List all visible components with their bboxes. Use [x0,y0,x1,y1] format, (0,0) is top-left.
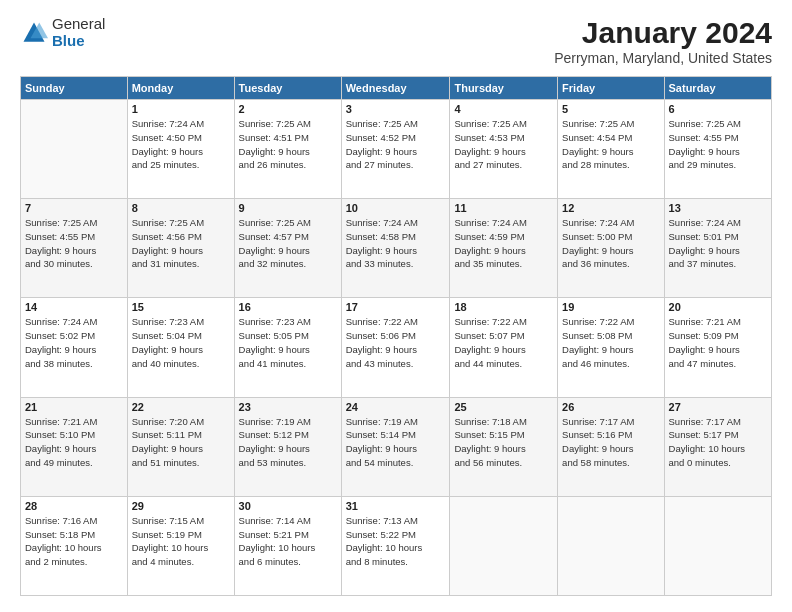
day-number: 23 [239,401,337,413]
calendar-week-row: 7Sunrise: 7:25 AM Sunset: 4:55 PM Daylig… [21,199,772,298]
day-number: 21 [25,401,123,413]
day-info: Sunrise: 7:14 AM Sunset: 5:21 PM Dayligh… [239,514,337,569]
logo-text: General Blue [52,16,105,49]
calendar-cell: 9Sunrise: 7:25 AM Sunset: 4:57 PM Daylig… [234,199,341,298]
calendar-cell: 23Sunrise: 7:19 AM Sunset: 5:12 PM Dayli… [234,397,341,496]
day-info: Sunrise: 7:24 AM Sunset: 4:59 PM Dayligh… [454,216,553,271]
calendar-week-row: 14Sunrise: 7:24 AM Sunset: 5:02 PM Dayli… [21,298,772,397]
calendar-cell: 6Sunrise: 7:25 AM Sunset: 4:55 PM Daylig… [664,100,771,199]
calendar-cell: 10Sunrise: 7:24 AM Sunset: 4:58 PM Dayli… [341,199,450,298]
calendar-cell: 21Sunrise: 7:21 AM Sunset: 5:10 PM Dayli… [21,397,128,496]
day-info: Sunrise: 7:22 AM Sunset: 5:07 PM Dayligh… [454,315,553,370]
day-number: 22 [132,401,230,413]
day-number: 3 [346,103,446,115]
calendar-cell: 26Sunrise: 7:17 AM Sunset: 5:16 PM Dayli… [558,397,664,496]
calendar-cell: 27Sunrise: 7:17 AM Sunset: 5:17 PM Dayli… [664,397,771,496]
day-info: Sunrise: 7:21 AM Sunset: 5:10 PM Dayligh… [25,415,123,470]
calendar-day-header: Friday [558,77,664,100]
day-number: 1 [132,103,230,115]
day-number: 19 [562,301,659,313]
day-info: Sunrise: 7:25 AM Sunset: 4:51 PM Dayligh… [239,117,337,172]
day-number: 11 [454,202,553,214]
calendar-cell: 29Sunrise: 7:15 AM Sunset: 5:19 PM Dayli… [127,496,234,595]
day-info: Sunrise: 7:15 AM Sunset: 5:19 PM Dayligh… [132,514,230,569]
header: General Blue January 2024 Perryman, Mary… [20,16,772,66]
day-number: 15 [132,301,230,313]
day-info: Sunrise: 7:16 AM Sunset: 5:18 PM Dayligh… [25,514,123,569]
day-number: 31 [346,500,446,512]
day-number: 14 [25,301,123,313]
day-number: 6 [669,103,767,115]
day-info: Sunrise: 7:25 AM Sunset: 4:52 PM Dayligh… [346,117,446,172]
calendar-cell: 3Sunrise: 7:25 AM Sunset: 4:52 PM Daylig… [341,100,450,199]
day-number: 20 [669,301,767,313]
day-info: Sunrise: 7:22 AM Sunset: 5:08 PM Dayligh… [562,315,659,370]
day-number: 26 [562,401,659,413]
day-info: Sunrise: 7:17 AM Sunset: 5:16 PM Dayligh… [562,415,659,470]
calendar-cell [450,496,558,595]
logo-general-label: General [52,16,105,33]
day-info: Sunrise: 7:19 AM Sunset: 5:14 PM Dayligh… [346,415,446,470]
day-info: Sunrise: 7:21 AM Sunset: 5:09 PM Dayligh… [669,315,767,370]
calendar-cell: 5Sunrise: 7:25 AM Sunset: 4:54 PM Daylig… [558,100,664,199]
day-number: 29 [132,500,230,512]
day-info: Sunrise: 7:23 AM Sunset: 5:04 PM Dayligh… [132,315,230,370]
calendar-cell: 17Sunrise: 7:22 AM Sunset: 5:06 PM Dayli… [341,298,450,397]
calendar-cell: 4Sunrise: 7:25 AM Sunset: 4:53 PM Daylig… [450,100,558,199]
day-number: 9 [239,202,337,214]
day-info: Sunrise: 7:24 AM Sunset: 5:02 PM Dayligh… [25,315,123,370]
day-number: 18 [454,301,553,313]
day-number: 12 [562,202,659,214]
day-info: Sunrise: 7:25 AM Sunset: 4:54 PM Dayligh… [562,117,659,172]
day-info: Sunrise: 7:24 AM Sunset: 4:58 PM Dayligh… [346,216,446,271]
calendar-cell: 7Sunrise: 7:25 AM Sunset: 4:55 PM Daylig… [21,199,128,298]
day-info: Sunrise: 7:18 AM Sunset: 5:15 PM Dayligh… [454,415,553,470]
day-info: Sunrise: 7:17 AM Sunset: 5:17 PM Dayligh… [669,415,767,470]
day-info: Sunrise: 7:23 AM Sunset: 5:05 PM Dayligh… [239,315,337,370]
day-info: Sunrise: 7:25 AM Sunset: 4:55 PM Dayligh… [25,216,123,271]
calendar-cell: 16Sunrise: 7:23 AM Sunset: 5:05 PM Dayli… [234,298,341,397]
day-number: 24 [346,401,446,413]
day-number: 8 [132,202,230,214]
day-number: 10 [346,202,446,214]
logo: General Blue [20,16,105,49]
calendar-day-header: Monday [127,77,234,100]
calendar-cell: 24Sunrise: 7:19 AM Sunset: 5:14 PM Dayli… [341,397,450,496]
calendar-cell: 20Sunrise: 7:21 AM Sunset: 5:09 PM Dayli… [664,298,771,397]
logo-blue-label: Blue [52,33,105,50]
day-number: 5 [562,103,659,115]
calendar-day-header: Thursday [450,77,558,100]
day-info: Sunrise: 7:25 AM Sunset: 4:53 PM Dayligh… [454,117,553,172]
title-block: January 2024 Perryman, Maryland, United … [554,16,772,66]
day-info: Sunrise: 7:24 AM Sunset: 5:00 PM Dayligh… [562,216,659,271]
day-info: Sunrise: 7:25 AM Sunset: 4:56 PM Dayligh… [132,216,230,271]
calendar-header-row: SundayMondayTuesdayWednesdayThursdayFrid… [21,77,772,100]
calendar-cell [558,496,664,595]
logo-icon [20,19,48,47]
calendar-cell: 8Sunrise: 7:25 AM Sunset: 4:56 PM Daylig… [127,199,234,298]
calendar-week-row: 28Sunrise: 7:16 AM Sunset: 5:18 PM Dayli… [21,496,772,595]
subtitle: Perryman, Maryland, United States [554,50,772,66]
calendar-cell: 15Sunrise: 7:23 AM Sunset: 5:04 PM Dayli… [127,298,234,397]
day-info: Sunrise: 7:24 AM Sunset: 4:50 PM Dayligh… [132,117,230,172]
day-number: 25 [454,401,553,413]
calendar-cell: 31Sunrise: 7:13 AM Sunset: 5:22 PM Dayli… [341,496,450,595]
day-info: Sunrise: 7:19 AM Sunset: 5:12 PM Dayligh… [239,415,337,470]
calendar-cell: 28Sunrise: 7:16 AM Sunset: 5:18 PM Dayli… [21,496,128,595]
day-number: 4 [454,103,553,115]
calendar-cell: 19Sunrise: 7:22 AM Sunset: 5:08 PM Dayli… [558,298,664,397]
calendar-day-header: Tuesday [234,77,341,100]
calendar-cell: 13Sunrise: 7:24 AM Sunset: 5:01 PM Dayli… [664,199,771,298]
day-number: 13 [669,202,767,214]
day-number: 16 [239,301,337,313]
day-number: 2 [239,103,337,115]
calendar-cell: 11Sunrise: 7:24 AM Sunset: 4:59 PM Dayli… [450,199,558,298]
calendar-cell: 22Sunrise: 7:20 AM Sunset: 5:11 PM Dayli… [127,397,234,496]
day-number: 7 [25,202,123,214]
calendar-cell [21,100,128,199]
calendar-day-header: Wednesday [341,77,450,100]
day-info: Sunrise: 7:25 AM Sunset: 4:57 PM Dayligh… [239,216,337,271]
day-number: 28 [25,500,123,512]
day-info: Sunrise: 7:22 AM Sunset: 5:06 PM Dayligh… [346,315,446,370]
page: General Blue January 2024 Perryman, Mary… [0,0,792,612]
